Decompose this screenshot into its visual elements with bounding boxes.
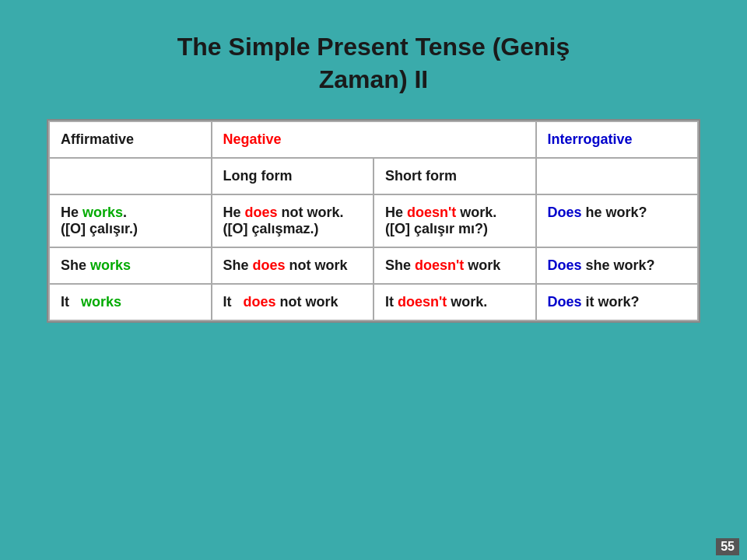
cell-he-interrogative: Does he work? — [536, 194, 699, 247]
page-title: The Simple Present Tense (Geniş Zaman) I… — [177, 31, 570, 96]
cell-he-long: He does not work.([O] çalışmaz.) — [212, 194, 374, 247]
cell-it-short: It doesn't work. — [374, 284, 536, 320]
cell-she-long: She does not work — [212, 247, 374, 284]
cell-it-affirmative: It works — [49, 284, 212, 320]
subheader-empty-affirmative — [49, 158, 212, 194]
cell-she-interrogative: Does she work? — [536, 247, 699, 284]
cell-it-long: It does not work — [212, 284, 374, 320]
subheader-short-form: Short form — [374, 158, 536, 194]
page-number: 55 — [716, 538, 739, 555]
subheader-empty-interrogative — [536, 158, 699, 194]
main-table-wrapper: Affirmative Negative Interrogative Long … — [47, 119, 700, 323]
header-affirmative: Affirmative — [49, 121, 212, 158]
cell-it-interrogative: Does it work? — [536, 284, 699, 320]
cell-she-short: She doesn't work — [374, 247, 536, 284]
subheader-row: Long form Short form — [49, 158, 698, 194]
header-row: Affirmative Negative Interrogative — [49, 121, 698, 158]
table-row: It works It does not work It doesn't wor… — [49, 284, 698, 320]
subheader-long-form: Long form — [212, 158, 374, 194]
cell-he-short: He doesn't work.([O] çalışır mı?) — [374, 194, 536, 247]
header-negative: Negative — [212, 121, 536, 158]
cell-he-affirmative: He works.([O] çalışır.) — [49, 194, 212, 247]
table-row: He works.([O] çalışır.) He does not work… — [49, 194, 698, 247]
table-row: She works She does not work She doesn't … — [49, 247, 698, 284]
cell-she-affirmative: She works — [49, 247, 212, 284]
grammar-table: Affirmative Negative Interrogative Long … — [48, 121, 699, 321]
header-interrogative: Interrogative — [536, 121, 699, 158]
